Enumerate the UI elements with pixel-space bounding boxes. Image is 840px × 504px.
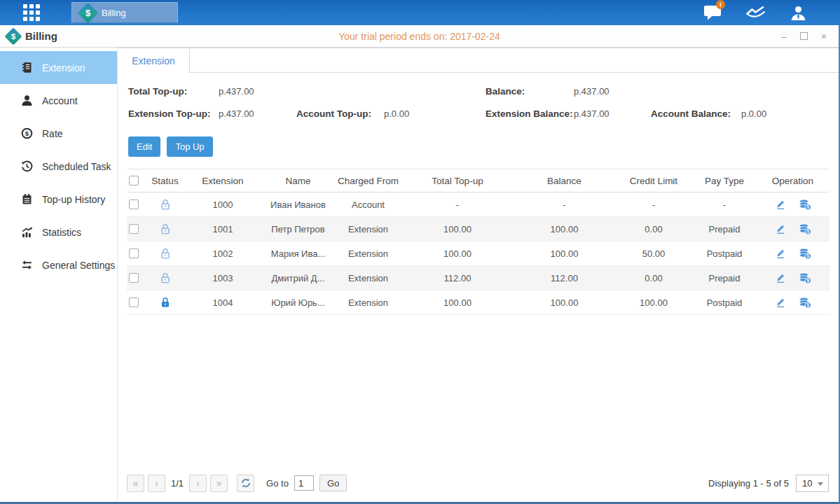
select-all-checkbox[interactable]	[129, 176, 139, 186]
sidebar-item-label: Statistics	[42, 227, 81, 238]
sidebar-item-rate[interactable]: $ Rate	[0, 117, 117, 150]
sidebar-item-extension[interactable]: Extension	[0, 51, 117, 84]
sidebar-item-statistics[interactable]: Statistics	[0, 216, 117, 248]
go-button[interactable]: Go	[319, 475, 347, 491]
svg-text:$: $	[806, 253, 809, 259]
account-balance-value: p.0.00	[741, 108, 766, 119]
sidebar-item-label: Account	[42, 95, 78, 106]
header-extension[interactable]: Extension	[184, 176, 261, 186]
sidebar-item-scheduled-task[interactable]: Scheduled Task	[0, 150, 117, 183]
page-indicator: 1/1	[171, 478, 184, 489]
table-row: 1001 Петр Петров Extension 100.00 100.00…	[127, 217, 829, 241]
top-up-coins-icon[interactable]: $	[799, 272, 811, 284]
balance-cell: 100.00	[514, 248, 615, 259]
goto-label: Go to	[266, 478, 289, 489]
sidebar-item-label: General Settings	[42, 260, 115, 271]
goto-page-input[interactable]	[294, 475, 314, 491]
sidebar-item-label: Rate	[42, 128, 63, 139]
edit-pencil-icon[interactable]	[775, 223, 786, 234]
sidebar-item-general-settings[interactable]: General Settings	[0, 248, 117, 281]
app-grid-icon[interactable]	[23, 4, 40, 21]
top-up-coins-icon[interactable]: $	[799, 248, 811, 260]
unlocked-icon	[159, 247, 172, 260]
page-size-select[interactable]: 10	[796, 475, 829, 492]
total-topup-cell: -	[401, 200, 514, 210]
tab-extension-label: Extension	[132, 55, 174, 66]
svg-text:$: $	[806, 229, 809, 234]
row-checkbox[interactable]	[129, 298, 139, 307]
top-up-coins-icon[interactable]: $	[799, 223, 811, 235]
account-balance-label: Account Balance:	[651, 108, 731, 119]
header-credit-limit[interactable]: Credit Limit	[615, 176, 692, 186]
extension-cell: 1003	[184, 273, 261, 284]
header-pay-type[interactable]: Pay Type	[692, 176, 757, 186]
pagination-bar: « ‹ 1/1 › » Go to Go Displaying 1 - 5 of…	[118, 469, 839, 501]
close-icon[interactable]: ×	[819, 31, 829, 41]
top-up-coins-icon[interactable]: $	[799, 297, 811, 309]
status-cell	[146, 296, 184, 309]
sidebar-item-topup-history[interactable]: Top-up History	[0, 183, 117, 216]
extension-cell: 1001	[184, 224, 261, 234]
header-status[interactable]: Status	[146, 176, 184, 186]
user-icon[interactable]	[787, 4, 809, 21]
billing-app-tab[interactable]: $ Billing	[71, 2, 178, 23]
charged-from-cell: Extension	[335, 224, 401, 234]
maximize-icon[interactable]	[800, 32, 808, 40]
balance-cell: 112.00	[514, 273, 615, 284]
name-cell: Юрий Юрь...	[261, 298, 335, 308]
edit-pencil-icon[interactable]	[775, 248, 786, 259]
header-charged-from[interactable]: Charged From	[335, 176, 401, 186]
table-row: 1003 Дмитрий Д... Extension 112.00 112.0…	[127, 266, 829, 290]
status-cell	[146, 247, 184, 260]
tab-extension[interactable]: Extension	[118, 48, 190, 73]
top-up-coins-icon[interactable]: $	[799, 199, 811, 211]
extension-cell: 1004	[184, 298, 261, 308]
account-topup-value: p.0.00	[384, 108, 409, 119]
edit-button[interactable]: Edit	[128, 136, 160, 157]
header-total-topup[interactable]: Total Top-up	[401, 176, 514, 186]
top-up-button[interactable]: Top Up	[167, 136, 212, 157]
table-row: 1002 Мария Ива... Extension 100.00 100.0…	[127, 241, 829, 266]
row-checkbox[interactable]	[129, 224, 139, 234]
first-page-button[interactable]: «	[127, 475, 144, 492]
account-topup-label: Account Top-up:	[296, 108, 371, 119]
row-checkbox[interactable]	[129, 273, 139, 283]
refresh-icon[interactable]	[237, 475, 254, 492]
edit-pencil-icon[interactable]	[775, 199, 786, 210]
name-cell: Иван Иванов	[261, 200, 335, 210]
header-name[interactable]: Name	[261, 176, 335, 186]
name-cell: Мария Ива...	[261, 248, 335, 259]
next-page-button[interactable]: ›	[189, 475, 207, 492]
charged-from-cell: Extension	[335, 273, 401, 284]
edit-pencil-icon[interactable]	[775, 297, 786, 308]
chat-icon[interactable]: !	[701, 4, 724, 21]
extension-topup-value: p.437.00	[219, 108, 254, 119]
pay-type-cell: Prepaid	[692, 273, 757, 284]
status-cell	[146, 272, 184, 284]
extension-balance-value: p.437.00	[574, 108, 610, 119]
edit-pencil-icon[interactable]	[775, 272, 786, 284]
action-buttons: Edit Top Up	[128, 136, 839, 157]
header-operation: Operation	[757, 176, 829, 186]
minimize-icon[interactable]: –	[779, 31, 789, 41]
row-checkbox[interactable]	[129, 248, 139, 258]
tab-strip: Extension	[118, 48, 839, 73]
sidebar-item-label: Scheduled Task	[42, 161, 111, 172]
svg-text:$: $	[806, 278, 809, 284]
sidebar-item-account[interactable]: Account	[0, 84, 117, 117]
total-topup-cell: 100.00	[401, 298, 514, 308]
extension-cell: 1000	[184, 200, 261, 210]
header-balance[interactable]: Balance	[514, 176, 615, 186]
topbar-icons: !	[701, 4, 809, 21]
chart-icon[interactable]	[744, 4, 766, 21]
credit-limit-cell: -	[615, 200, 692, 210]
displaying-status: Displaying 1 - 5 of 5	[708, 478, 789, 489]
balance-cell: -	[514, 200, 615, 210]
last-page-button[interactable]: »	[210, 475, 228, 492]
billing-window: $ Billing Your trial period ends on: 201…	[0, 25, 840, 504]
status-cell	[146, 198, 184, 211]
row-checkbox[interactable]	[129, 200, 139, 209]
trial-period-message: Your trial period ends on: 2017-02-24	[0, 31, 839, 42]
prev-page-button[interactable]: ‹	[148, 475, 165, 492]
locked-icon	[159, 296, 172, 309]
